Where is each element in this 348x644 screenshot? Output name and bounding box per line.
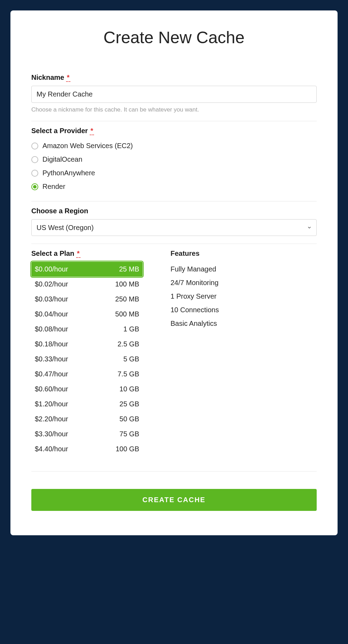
plan-label: Select a Plan * xyxy=(31,250,143,258)
plan-price: $0.00/hour xyxy=(35,265,68,273)
plan-option[interactable]: $4.40/hour100 GB xyxy=(31,442,143,457)
nickname-help: Choose a nickname for this cache. It can… xyxy=(31,106,317,113)
plan-size: 10 GB xyxy=(119,385,139,393)
plan-price: $1.20/hour xyxy=(35,400,68,408)
plan-label-text: Select a Plan xyxy=(31,250,74,257)
feature-item: 24/7 Monitoring xyxy=(171,276,317,290)
plan-size: 1 GB xyxy=(123,325,139,333)
plan-price: $3.30/hour xyxy=(35,430,68,438)
plan-option[interactable]: $0.33/hour5 GB xyxy=(31,352,143,367)
provider-label-text: Select a Provider xyxy=(31,127,88,135)
plan-option[interactable]: $3.30/hour75 GB xyxy=(31,427,143,442)
feature-item: Fully Managed xyxy=(171,262,317,276)
plan-option[interactable]: $0.00/hour25 MB xyxy=(31,262,143,277)
plan-size: 7.5 GB xyxy=(118,370,139,378)
required-mark: * xyxy=(66,74,70,82)
features-column: Features Fully Managed24/7 Monitoring1 P… xyxy=(171,250,317,457)
plan-size: 100 GB xyxy=(116,445,139,453)
plan-options: $0.00/hour25 MB$0.02/hour100 MB$0.03/hou… xyxy=(31,262,143,457)
plan-size: 25 MB xyxy=(119,265,139,273)
plan-price: $0.04/hour xyxy=(35,310,68,318)
provider-options: Amazon Web Services (EC2)DigitalOceanPyt… xyxy=(31,139,317,193)
radio-icon xyxy=(31,156,38,163)
plan-size: 250 MB xyxy=(115,295,139,303)
plan-size: 2.5 GB xyxy=(118,340,139,348)
plan-price: $0.18/hour xyxy=(35,340,68,348)
features-heading: Features xyxy=(171,250,317,258)
plan-option[interactable]: $0.02/hour100 MB xyxy=(31,277,143,292)
plan-size: 500 MB xyxy=(115,310,139,318)
plan-price: $0.03/hour xyxy=(35,295,68,303)
region-select-wrap: US West (Oregon) xyxy=(31,219,317,236)
create-cache-card: Create New Cache Nickname * Choose a nic… xyxy=(10,10,338,535)
provider-option[interactable]: Amazon Web Services (EC2) xyxy=(31,139,317,153)
nickname-label: Nickname * xyxy=(31,74,317,82)
create-cache-button[interactable]: CREATE CACHE xyxy=(31,489,317,511)
provider-option-label: DigitalOcean xyxy=(42,155,82,163)
plan-option[interactable]: $2.20/hour50 GB xyxy=(31,412,143,427)
nickname-input[interactable] xyxy=(31,86,317,103)
feature-item: Basic Analytics xyxy=(171,317,317,330)
provider-label: Select a Provider * xyxy=(31,127,317,135)
feature-item: 10 Connections xyxy=(171,303,317,317)
plan-price: $0.33/hour xyxy=(35,355,68,363)
provider-section: Select a Provider * Amazon Web Services … xyxy=(31,121,317,201)
nickname-label-text: Nickname xyxy=(31,74,64,81)
provider-option-label: Amazon Web Services (EC2) xyxy=(42,142,133,150)
plan-option[interactable]: $0.03/hour250 MB xyxy=(31,292,143,307)
plan-price: $2.20/hour xyxy=(35,415,68,423)
nickname-section: Nickname * Choose a nickname for this ca… xyxy=(31,68,317,121)
plan-price: $0.60/hour xyxy=(35,385,68,393)
features-list: Fully Managed24/7 Monitoring1 Proxy Serv… xyxy=(171,262,317,330)
plan-price: $0.02/hour xyxy=(35,280,68,288)
required-mark: * xyxy=(76,250,80,258)
provider-option[interactable]: DigitalOcean xyxy=(31,153,317,166)
provider-option[interactable]: Render xyxy=(31,180,317,193)
required-mark: * xyxy=(90,127,94,135)
plan-option[interactable]: $0.04/hour500 MB xyxy=(31,307,143,322)
radio-icon xyxy=(31,143,38,150)
plan-price: $0.47/hour xyxy=(35,370,68,378)
region-label: Choose a Region xyxy=(31,207,317,215)
plan-size: 100 MB xyxy=(115,280,139,288)
plan-price: $0.08/hour xyxy=(35,325,68,333)
plan-size: 50 GB xyxy=(119,415,139,423)
plan-option[interactable]: $0.08/hour1 GB xyxy=(31,322,143,337)
plan-price: $4.40/hour xyxy=(35,445,68,453)
region-select[interactable]: US West (Oregon) xyxy=(31,219,317,236)
plan-option[interactable]: $0.47/hour7.5 GB xyxy=(31,367,143,382)
plan-size: 75 GB xyxy=(119,430,139,438)
page-title: Create New Cache xyxy=(31,28,317,47)
radio-icon xyxy=(31,183,38,190)
feature-item: 1 Proxy Server xyxy=(171,290,317,303)
plan-option[interactable]: $0.18/hour2.5 GB xyxy=(31,337,143,352)
plan-section: Select a Plan * $0.00/hour25 MB$0.02/hou… xyxy=(31,244,317,464)
radio-icon xyxy=(31,170,38,177)
provider-option-label: Render xyxy=(42,183,65,191)
plan-option[interactable]: $1.20/hour25 GB xyxy=(31,397,143,412)
plan-column: Select a Plan * $0.00/hour25 MB$0.02/hou… xyxy=(31,250,143,457)
submit-row: CREATE CACHE xyxy=(31,471,317,511)
plan-size: 5 GB xyxy=(123,355,139,363)
region-section: Choose a Region US West (Oregon) xyxy=(31,201,317,244)
provider-option-label: PythonAnywhere xyxy=(42,169,95,177)
provider-option[interactable]: PythonAnywhere xyxy=(31,166,317,180)
plan-size: 25 GB xyxy=(119,400,139,408)
plan-option[interactable]: $0.60/hour10 GB xyxy=(31,382,143,397)
